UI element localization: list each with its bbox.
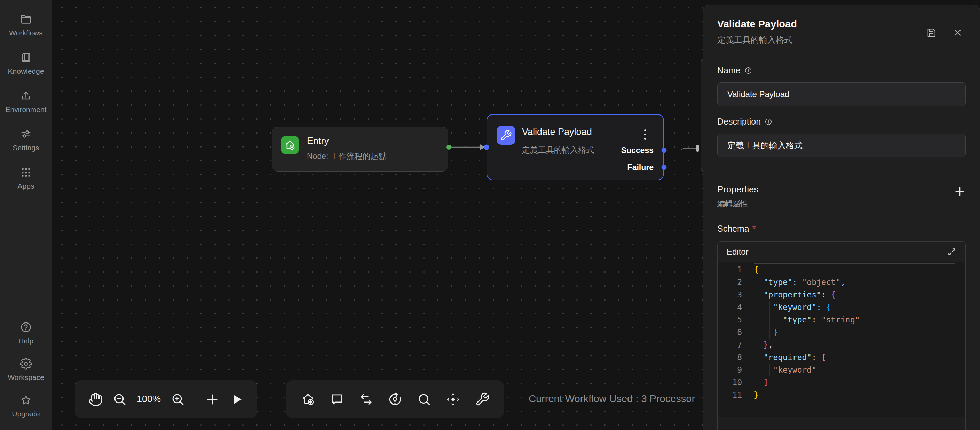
code-line[interactable]: 2 "type": "object",	[718, 276, 966, 289]
pan-hand-button[interactable]	[88, 392, 103, 407]
code-text: }	[754, 326, 778, 338]
canvas-toolbar	[286, 380, 504, 418]
editor-scrollbar-track[interactable]	[955, 262, 955, 417]
zoom-toolbar: 100%	[75, 380, 257, 418]
code-line[interactable]: 4 "keyword": {	[718, 301, 966, 313]
code-line[interactable]: 7 },	[718, 338, 966, 351]
code-text: },	[754, 338, 773, 351]
expand-icon	[947, 248, 956, 256]
code-area[interactable]: 1{2 "type": "object",3 "properties": {4 …	[718, 262, 966, 417]
node-validate-payload[interactable]: Validate Payload 定義工具的輸入格式 Success Failu…	[487, 114, 664, 180]
info-icon	[765, 118, 772, 125]
zoom-level[interactable]: 100%	[137, 394, 161, 405]
expand-editor-button[interactable]	[947, 248, 956, 256]
editor-title: Editor	[727, 247, 749, 257]
close-icon	[953, 27, 963, 38]
plus-icon	[954, 186, 966, 197]
help-circle-icon	[20, 321, 32, 333]
upload-icon	[20, 90, 32, 102]
code-line[interactable]: 10 ]	[718, 376, 966, 389]
app-sidebar: WorkflowsKnowledgeEnvironmentSettingsApp…	[0, 0, 52, 430]
add-property-button[interactable]	[954, 186, 966, 197]
line-number: 6	[718, 326, 754, 338]
code-text: {	[754, 263, 759, 276]
house-plus-icon	[301, 392, 315, 407]
apps-grid-icon	[20, 166, 32, 178]
add-button[interactable]	[205, 392, 220, 407]
node-title: Entry	[307, 136, 329, 146]
schema-label: Schema*	[717, 224, 966, 234]
line-number: 1	[718, 263, 754, 276]
name-input[interactable]: Validate Payload	[717, 83, 966, 106]
star-icon	[20, 394, 32, 406]
node-title: Validate Payload	[522, 127, 592, 137]
search-button[interactable]	[417, 392, 431, 407]
code-text: }	[754, 389, 759, 401]
sidebar-item-environment[interactable]: Environment	[0, 90, 52, 114]
description-label: Description	[717, 117, 966, 127]
node-menu-button[interactable]	[643, 128, 647, 141]
sidebar-bottom-group: HelpWorkspaceUpgrade	[0, 321, 52, 418]
schema-editor: Editor 1{2 "type": "object",3 "propertie…	[717, 241, 966, 430]
zoom-out-button[interactable]	[112, 392, 127, 407]
edge-success-out	[667, 148, 697, 150]
code-line[interactable]: 8 "required": [	[718, 351, 966, 363]
sidebar-item-workspace[interactable]: Workspace	[0, 358, 52, 382]
sidebar-item-workflows[interactable]: Workflows	[0, 13, 52, 37]
required-asterisk: *	[752, 224, 756, 233]
code-text: ]	[754, 376, 768, 389]
plus-icon	[205, 392, 220, 407]
save-button[interactable]	[926, 27, 937, 38]
sidebar-item-knowledge[interactable]: Knowledge	[0, 51, 52, 76]
house-plus-icon	[281, 136, 299, 154]
iterate-button[interactable]	[388, 392, 402, 407]
code-text: "keyword": {	[754, 301, 831, 313]
node-entry[interactable]: Entry Node: 工作流程的起點	[272, 127, 448, 171]
output-label-success: Success	[621, 146, 654, 155]
book-icon	[20, 51, 32, 63]
sidebar-item-label: Help	[18, 337, 33, 345]
run-workflow-button[interactable]	[229, 392, 244, 407]
line-number: 3	[718, 289, 754, 301]
output-label-failure: Failure	[627, 163, 654, 172]
close-button[interactable]	[953, 27, 963, 38]
sliders-icon	[20, 128, 32, 140]
add-node-button[interactable]	[301, 392, 315, 407]
hand-icon	[88, 392, 103, 407]
panel-header: Validate Payload 定義工具的輸入格式	[703, 5, 980, 56]
code-line[interactable]: 5 "type": "string"	[718, 313, 966, 326]
tools-button[interactable]	[475, 392, 490, 407]
sidebar-item-upgrade[interactable]: Upgrade	[0, 394, 52, 418]
info-icon	[745, 67, 752, 75]
wrench-icon	[475, 392, 490, 407]
code-line[interactable]: 1{	[718, 263, 966, 276]
sidebar-item-label: Upgrade	[12, 410, 40, 418]
toolbar-divider	[195, 388, 195, 411]
code-text: "type": "string"	[754, 313, 860, 326]
sidebar-item-settings[interactable]: Settings	[0, 128, 52, 152]
zoom-out-icon	[112, 392, 127, 407]
folder-icon	[20, 13, 32, 25]
node-subtitle: Node: 工作流程的起點	[307, 151, 387, 162]
sidebar-item-help[interactable]: Help	[0, 321, 52, 345]
properties-section: Properties 編輯屬性 Schema* Editor	[703, 170, 980, 430]
sidebar-item-apps[interactable]: Apps	[0, 166, 52, 190]
fields-section: Name Validate Payload Description 定義工具的輸…	[703, 56, 980, 170]
code-text: "keyword"	[754, 363, 816, 376]
node-config-panel: Validate Payload 定義工具的輸入格式 Name Validate…	[703, 5, 980, 430]
fit-view-button[interactable]	[446, 392, 460, 407]
line-number: 5	[718, 313, 754, 326]
editor-horizontal-scrollbar[interactable]	[718, 417, 966, 429]
swap-connections-button[interactable]	[359, 392, 374, 407]
rotate-bulb-icon	[388, 392, 402, 407]
comment-button[interactable]	[329, 392, 344, 407]
code-line[interactable]: 9 "keyword"	[718, 363, 966, 376]
floppy-save-icon	[926, 27, 937, 38]
zoom-in-button[interactable]	[170, 392, 185, 407]
code-line[interactable]: 11}	[718, 389, 966, 401]
code-line[interactable]: 6 }	[718, 326, 966, 338]
sidebar-item-label: Environment	[6, 105, 47, 114]
description-input[interactable]: 定義工具的輸入格式	[717, 133, 966, 157]
code-line[interactable]: 3 "properties": {	[718, 289, 966, 301]
editor-header: Editor	[718, 242, 966, 262]
